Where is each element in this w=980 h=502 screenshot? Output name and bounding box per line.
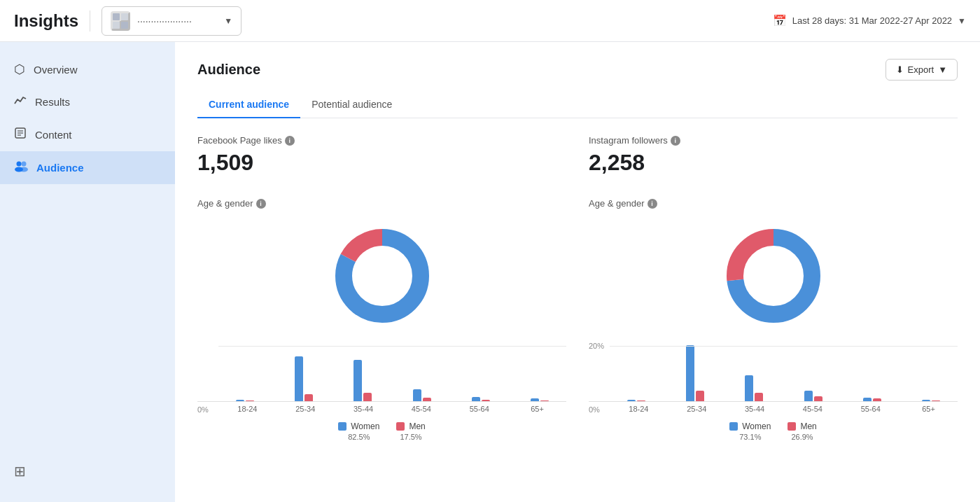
- instagram-age-gender-label: Age & gender i: [589, 198, 958, 209]
- instagram-chart: Age & gender i: [589, 198, 958, 441]
- sidebar-bottom: ⊞: [0, 452, 175, 491]
- bar-group: [218, 400, 272, 401]
- content-icon: [14, 127, 27, 143]
- sidebar-item-content-label: Content: [35, 129, 72, 141]
- svg-point-4: [17, 162, 22, 167]
- bar-group: [277, 356, 330, 401]
- facebook-legend: Women 82.5% Men 17.5%: [197, 421, 566, 441]
- men-dot-fb: [396, 422, 405, 431]
- overview-icon: ⬡: [14, 62, 25, 77]
- legend-men-ig: Men 26.9%: [788, 421, 816, 441]
- women-pct-fb: 82.5%: [348, 433, 370, 441]
- women-bar: [686, 345, 694, 401]
- men-bar: [873, 398, 881, 401]
- sidebar-item-audience[interactable]: Audience: [0, 151, 175, 184]
- instagram-info-icon[interactable]: i: [671, 136, 680, 146]
- top-header: Insights ···················· ▼ 📅 Last 2…: [0, 0, 980, 42]
- men-pct-fb: 17.5%: [400, 433, 421, 441]
- tab-potential-audience[interactable]: Potential audience: [300, 92, 403, 118]
- date-range-chevron-icon: ▼: [958, 16, 966, 26]
- gridline: [218, 346, 566, 347]
- app-title: Insights: [14, 11, 78, 31]
- women-label-ig: Women: [742, 421, 771, 431]
- bar-group-label: 65+: [508, 405, 566, 413]
- women-bar: [745, 375, 753, 401]
- date-range-selector[interactable]: 📅 Last 28 days: 31 Mar 2022-27 Apr 2022 …: [773, 14, 966, 27]
- men-bar: [696, 391, 704, 401]
- women-dot-fb: [338, 422, 346, 431]
- facebook-bar-chart: 0% 18-2425-3435-4445-5455-6465+: [197, 346, 566, 413]
- export-button[interactable]: ⬇ Export ▼: [886, 59, 958, 81]
- svg-point-5: [22, 162, 27, 167]
- sidebar-item-results-label: Results: [35, 96, 70, 108]
- calendar-icon: 📅: [773, 14, 787, 27]
- women-bar: [804, 391, 813, 401]
- women-bar: [236, 400, 244, 401]
- bar-group-label: 65+: [899, 405, 958, 413]
- women-bar: [295, 356, 303, 401]
- sidebar-toggle-icon[interactable]: ⊞: [14, 463, 26, 479]
- facebook-metric-value: 1,509: [197, 150, 566, 176]
- men-dot-ig: [788, 422, 796, 431]
- women-bar: [922, 400, 930, 401]
- bar-group-label: 35-44: [726, 405, 784, 413]
- gridline-20-label: 20%: [589, 342, 604, 350]
- women-bar: [863, 398, 872, 401]
- men-label-ig: Men: [800, 421, 816, 431]
- women-bar: [472, 397, 480, 401]
- men-bar: [540, 400, 549, 401]
- bar-group: [904, 400, 958, 401]
- sidebar-item-content[interactable]: Content: [0, 118, 175, 151]
- tab-current-audience[interactable]: Current audience: [197, 92, 300, 118]
- men-bar: [482, 400, 490, 401]
- bar-group: [846, 398, 899, 401]
- women-bar: [531, 398, 539, 401]
- header-divider: [90, 11, 90, 32]
- page-selector-name: ····················: [137, 15, 217, 27]
- facebook-donut: [197, 220, 566, 332]
- men-bar: [363, 393, 372, 401]
- instagram-age-info-icon[interactable]: i: [648, 199, 657, 209]
- bar-group-label: 25-34: [276, 405, 335, 413]
- women-label-fb: Women: [351, 421, 379, 431]
- sidebar-item-overview[interactable]: ⬡ Overview: [0, 53, 175, 85]
- bar-group: [396, 389, 449, 401]
- svg-point-13: [749, 251, 798, 300]
- facebook-info-icon[interactable]: i: [285, 136, 295, 146]
- bar-group-label: 18-24: [218, 405, 276, 413]
- instagram-metric: Instagram followers i 2,258: [589, 135, 958, 176]
- metrics-row: Facebook Page likes i 1,509 Instagram fo…: [197, 135, 958, 176]
- men-bar: [932, 400, 940, 401]
- facebook-chart: Age & gender i: [197, 198, 566, 441]
- legend-women-fb: Women 82.5%: [338, 421, 379, 441]
- bar-group: [787, 391, 840, 401]
- men-bar: [304, 394, 313, 401]
- men-bar: [637, 400, 645, 401]
- facebook-metric: Facebook Page likes i 1,509: [197, 135, 566, 176]
- women-dot-ig: [729, 422, 738, 431]
- export-icon: ⬇: [896, 64, 904, 75]
- bar-group-label: 18-24: [610, 405, 668, 413]
- page-selector[interactable]: ···················· ▼: [102, 6, 241, 36]
- women-pct-ig: 73.1%: [739, 433, 761, 441]
- content-header: Audience ⬇ Export ▼: [197, 59, 958, 81]
- export-chevron-icon: ▼: [938, 64, 947, 75]
- instagram-bar-chart: 20% 0% 18-2425-3435-4445-5455-6465+: [589, 346, 958, 413]
- legend-men-fb: Men 17.5%: [396, 421, 425, 441]
- sidebar-item-results[interactable]: Results: [0, 85, 175, 118]
- facebook-age-info-icon[interactable]: i: [256, 199, 266, 209]
- bar-group-label: 45-54: [783, 405, 841, 413]
- svg-point-7: [20, 167, 28, 172]
- instagram-metric-label: Instagram followers i: [589, 135, 958, 146]
- bar-group: [727, 375, 780, 401]
- bar-group: [336, 360, 389, 401]
- bar-group-label: 45-54: [392, 405, 450, 413]
- men-bar: [423, 398, 431, 401]
- bar-group: [610, 400, 663, 401]
- instagram-metric-value: 2,258: [589, 150, 958, 176]
- men-pct-ig: 26.9%: [791, 433, 813, 441]
- bar-group: [513, 398, 566, 401]
- export-label: Export: [908, 64, 934, 75]
- page-avatar: [111, 11, 130, 31]
- bar-group-label: 55-64: [841, 405, 899, 413]
